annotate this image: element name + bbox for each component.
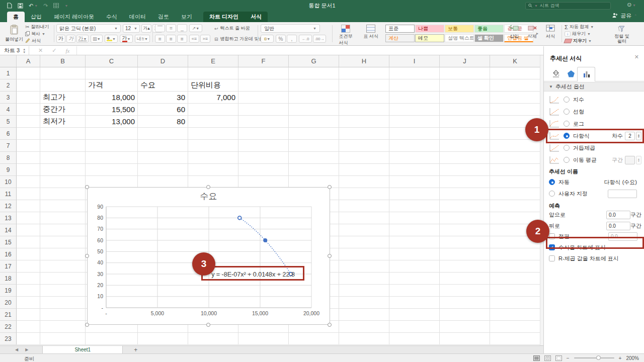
cell-A13[interactable] [17,212,40,224]
cell-I22[interactable] [389,321,440,333]
custom-name-input[interactable] [608,190,637,198]
bold-button[interactable]: 가 [56,35,65,43]
cut-button[interactable]: ✂잘라내기 [25,24,49,30]
cell-A17[interactable] [17,260,40,273]
align-right-icon[interactable]: ≡ [177,35,187,43]
cell-B23[interactable] [40,333,86,345]
cell-I4[interactable] [389,104,440,116]
cell-C10[interactable] [86,176,138,188]
trendline-option-power[interactable]: 거듭제곱 [544,142,644,154]
cell-K21[interactable] [490,309,540,321]
cell-J22[interactable] [440,321,490,333]
borders-button[interactable]: ⊞▼ [91,35,103,43]
conditional-formatting-button[interactable]: 조건부서식 [335,23,356,46]
cell-J12[interactable] [440,200,490,212]
row-header-8[interactable]: 8 [0,152,17,164]
add-sheet-icon[interactable]: + [134,346,137,353]
cell-J16[interactable] [440,248,490,260]
font-color-button[interactable]: 가▼ [120,35,133,43]
cell-B12[interactable] [40,200,86,212]
cell-H10[interactable] [339,176,389,188]
number-format-select[interactable]: 일반▼ [261,24,320,33]
autosum-button[interactable]: Σ자동 합계▼ [565,24,594,30]
align-bottom-icon[interactable]: _ [177,24,187,32]
cell-A19[interactable] [17,285,40,297]
cell-G8[interactable] [289,152,339,164]
cell-D1[interactable] [138,67,188,79]
row-header-18[interactable]: 18 [0,273,17,285]
formula-input[interactable] [76,46,543,55]
cell-I13[interactable] [389,212,440,224]
cell-style-explanatory[interactable]: 설명 텍스트 [445,34,474,42]
chart-handle-nw[interactable] [85,185,89,189]
cell-F8[interactable] [238,152,289,164]
cell-B2[interactable] [40,79,86,92]
cell-A23[interactable] [17,333,40,345]
cell-B20[interactable] [40,297,86,309]
cell-J15[interactable] [440,236,490,248]
cell-G9[interactable] [289,164,339,176]
row-header-23[interactable]: 23 [0,333,17,345]
cell-J6[interactable] [440,128,490,140]
cell-A6[interactable] [17,128,40,140]
cell-D2[interactable]: 수요 [138,79,188,92]
cell-J9[interactable] [440,164,490,176]
cell-D23[interactable] [138,333,188,345]
cell-A16[interactable] [17,248,40,260]
cell-H17[interactable] [339,260,389,273]
orientation-button[interactable]: ↗▼ [189,24,202,32]
align-top-icon[interactable]: ⎺ [155,24,165,32]
cell-A18[interactable] [17,273,40,285]
cell-C1[interactable] [86,67,138,79]
row-header-13[interactable]: 13 [0,212,17,224]
trendline-option-linear[interactable]: 선형 [544,106,644,118]
percent-button[interactable]: % [276,35,286,43]
row-header-7[interactable]: 7 [0,140,17,152]
increase-indent-icon[interactable]: »≡ [200,35,210,43]
cell-B21[interactable] [40,309,86,321]
radio-moving-average[interactable] [564,157,570,163]
fill-line-tab[interactable] [552,70,560,80]
cell-K23[interactable] [490,333,540,345]
chart-handle-n[interactable] [206,185,210,189]
cell-I8[interactable] [389,152,440,164]
cell-G7[interactable] [289,140,339,152]
cell-J10[interactable] [440,176,490,188]
cell-E4[interactable] [188,104,238,116]
trendline-option-log[interactable]: 로그 [544,118,644,130]
cell-B18[interactable] [40,273,86,285]
comma-style-button[interactable]: , [287,35,297,43]
cell-C8[interactable] [86,152,138,164]
cell-E6[interactable] [188,128,238,140]
column-header-E[interactable]: E [188,55,238,67]
cell-J18[interactable] [440,273,490,285]
cell-I3[interactable] [389,92,440,104]
vertical-scrollbar[interactable] [540,55,543,345]
cell-I7[interactable] [389,140,440,152]
decrease-indent-icon[interactable]: «≡ [189,35,199,43]
show-r2-checkbox[interactable] [549,255,555,261]
column-header-B[interactable]: B [40,55,86,67]
cell-style-bad[interactable]: 나쁨 [415,25,444,33]
radio-auto[interactable] [549,179,555,185]
cancel-icon[interactable]: ✕ [38,47,43,54]
cell-C4[interactable]: 15,500 [86,104,138,116]
cell-I17[interactable] [389,260,440,273]
column-header-K[interactable]: K [490,55,540,67]
cell-B17[interactable] [40,260,86,273]
increase-font-button[interactable]: 가▴ [141,24,151,33]
cell-B14[interactable] [40,224,86,236]
cell-B1[interactable] [40,67,86,79]
cell-C5[interactable]: 13,000 [86,116,138,128]
row-header-16[interactable]: 16 [0,248,17,260]
trendline-option-exponential[interactable]: 지수 [544,94,644,106]
currency-button[interactable]: ¤▼ [261,35,274,43]
cell-B5[interactable]: 최저가 [40,116,86,128]
cell-C7[interactable] [86,140,138,152]
cell-D6[interactable] [138,128,188,140]
cell-I18[interactable] [389,273,440,285]
cell-I10[interactable] [389,176,440,188]
cell-J14[interactable] [440,224,490,236]
row-header-20[interactable]: 20 [0,297,17,309]
cell-J23[interactable] [440,333,490,345]
